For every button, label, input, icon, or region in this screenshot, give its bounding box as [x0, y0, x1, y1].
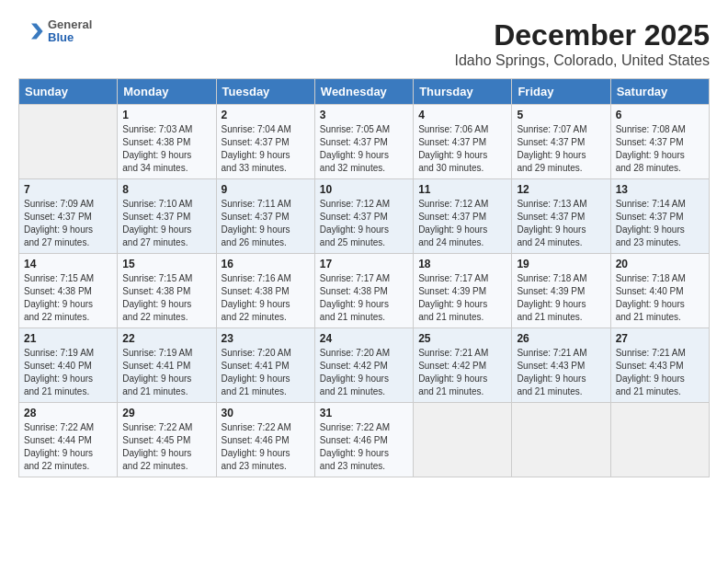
calendar-cell: 27Sunrise: 7:21 AM Sunset: 4:43 PM Dayli…	[610, 328, 709, 403]
calendar-week-row: 21Sunrise: 7:19 AM Sunset: 4:40 PM Dayli…	[19, 328, 710, 403]
calendar-cell: 17Sunrise: 7:17 AM Sunset: 4:38 PM Dayli…	[314, 254, 413, 328]
day-number: 24	[320, 332, 408, 345]
calendar-cell: 15Sunrise: 7:15 AM Sunset: 4:38 PM Dayli…	[118, 254, 216, 328]
day-number: 10	[320, 183, 408, 196]
day-info: Sunrise: 7:18 AM Sunset: 4:39 PM Dayligh…	[517, 272, 605, 324]
col-header-sunday: Sunday	[19, 79, 118, 105]
calendar-cell: 29Sunrise: 7:22 AM Sunset: 4:45 PM Dayli…	[118, 403, 216, 477]
logo: General Blue	[18, 18, 92, 45]
day-info: Sunrise: 7:11 AM Sunset: 4:37 PM Dayligh…	[222, 198, 310, 249]
day-number: 7	[24, 183, 112, 196]
day-info: Sunrise: 7:08 AM Sunset: 4:37 PM Dayligh…	[616, 123, 704, 175]
page-title: December 2025	[455, 18, 711, 52]
day-info: Sunrise: 7:13 AM Sunset: 4:37 PM Dayligh…	[517, 198, 605, 249]
calendar-cell: 30Sunrise: 7:22 AM Sunset: 4:46 PM Dayli…	[216, 403, 314, 477]
day-number: 4	[418, 109, 506, 121]
day-number: 3	[320, 109, 408, 121]
calendar-week-row: 7Sunrise: 7:09 AM Sunset: 4:37 PM Daylig…	[19, 179, 710, 254]
calendar-cell: 24Sunrise: 7:20 AM Sunset: 4:42 PM Dayli…	[314, 328, 413, 403]
page-header: General Blue December 2025 Idaho Springs…	[18, 18, 710, 69]
logo-icon	[18, 18, 44, 44]
day-number: 15	[122, 258, 210, 270]
day-number: 22	[122, 332, 210, 345]
calendar-cell: 5Sunrise: 7:07 AM Sunset: 4:37 PM Daylig…	[512, 105, 610, 179]
day-info: Sunrise: 7:21 AM Sunset: 4:43 PM Dayligh…	[517, 347, 605, 398]
day-number: 1	[122, 109, 210, 121]
day-info: Sunrise: 7:04 AM Sunset: 4:37 PM Dayligh…	[222, 123, 310, 175]
day-number: 29	[122, 407, 210, 419]
calendar-cell: 31Sunrise: 7:22 AM Sunset: 4:46 PM Dayli…	[314, 403, 413, 477]
day-number: 20	[616, 258, 704, 270]
calendar-body: 1Sunrise: 7:03 AM Sunset: 4:38 PM Daylig…	[19, 105, 710, 477]
calendar-cell: 13Sunrise: 7:14 AM Sunset: 4:37 PM Dayli…	[610, 179, 709, 254]
calendar-cell: 22Sunrise: 7:19 AM Sunset: 4:41 PM Dayli…	[118, 328, 216, 403]
day-number: 6	[616, 109, 704, 121]
day-number: 11	[418, 183, 506, 196]
logo-text: General Blue	[48, 18, 92, 45]
col-header-saturday: Saturday	[610, 79, 709, 105]
day-info: Sunrise: 7:20 AM Sunset: 4:42 PM Dayligh…	[320, 347, 408, 398]
calendar-header: SundayMondayTuesdayWednesdayThursdayFrid…	[19, 79, 710, 105]
col-header-thursday: Thursday	[414, 79, 512, 105]
day-number: 30	[222, 407, 310, 419]
day-number: 16	[222, 258, 310, 270]
calendar-cell	[414, 403, 512, 477]
svg-marker-0	[31, 24, 43, 40]
day-number: 2	[222, 109, 310, 121]
day-info: Sunrise: 7:22 AM Sunset: 4:44 PM Dayligh…	[24, 421, 112, 473]
col-header-friday: Friday	[512, 79, 610, 105]
calendar-cell: 18Sunrise: 7:17 AM Sunset: 4:39 PM Dayli…	[414, 254, 512, 328]
day-info: Sunrise: 7:10 AM Sunset: 4:37 PM Dayligh…	[122, 198, 210, 249]
day-number: 23	[222, 332, 310, 345]
calendar-week-row: 1Sunrise: 7:03 AM Sunset: 4:38 PM Daylig…	[19, 105, 710, 179]
day-info: Sunrise: 7:15 AM Sunset: 4:38 PM Dayligh…	[24, 272, 112, 324]
day-number: 12	[517, 183, 605, 196]
calendar-cell: 9Sunrise: 7:11 AM Sunset: 4:37 PM Daylig…	[216, 179, 314, 254]
calendar-cell: 28Sunrise: 7:22 AM Sunset: 4:44 PM Dayli…	[19, 403, 118, 477]
calendar-cell: 1Sunrise: 7:03 AM Sunset: 4:38 PM Daylig…	[118, 105, 216, 179]
col-header-tuesday: Tuesday	[216, 79, 314, 105]
calendar-cell: 4Sunrise: 7:06 AM Sunset: 4:37 PM Daylig…	[414, 105, 512, 179]
day-info: Sunrise: 7:18 AM Sunset: 4:40 PM Dayligh…	[616, 272, 704, 324]
calendar-week-row: 28Sunrise: 7:22 AM Sunset: 4:44 PM Dayli…	[19, 403, 710, 477]
logo-general-text: General	[48, 18, 92, 31]
calendar-cell: 19Sunrise: 7:18 AM Sunset: 4:39 PM Dayli…	[512, 254, 610, 328]
day-info: Sunrise: 7:12 AM Sunset: 4:37 PM Dayligh…	[418, 198, 506, 249]
day-number: 18	[418, 258, 506, 270]
day-info: Sunrise: 7:17 AM Sunset: 4:38 PM Dayligh…	[320, 272, 408, 324]
day-number: 28	[24, 407, 112, 419]
day-number: 21	[24, 332, 112, 345]
day-number: 31	[320, 407, 408, 419]
title-block: December 2025 Idaho Springs, Colorado, U…	[455, 18, 711, 69]
calendar-cell: 11Sunrise: 7:12 AM Sunset: 4:37 PM Dayli…	[414, 179, 512, 254]
day-info: Sunrise: 7:14 AM Sunset: 4:37 PM Dayligh…	[616, 198, 704, 249]
calendar-cell: 20Sunrise: 7:18 AM Sunset: 4:40 PM Dayli…	[610, 254, 709, 328]
calendar-cell	[512, 403, 610, 477]
day-info: Sunrise: 7:20 AM Sunset: 4:41 PM Dayligh…	[222, 347, 310, 398]
day-info: Sunrise: 7:03 AM Sunset: 4:38 PM Dayligh…	[122, 123, 210, 175]
day-number: 19	[517, 258, 605, 270]
day-info: Sunrise: 7:06 AM Sunset: 4:37 PM Dayligh…	[418, 123, 506, 175]
calendar-cell: 25Sunrise: 7:21 AM Sunset: 4:42 PM Dayli…	[414, 328, 512, 403]
day-info: Sunrise: 7:05 AM Sunset: 4:37 PM Dayligh…	[320, 123, 408, 175]
day-info: Sunrise: 7:16 AM Sunset: 4:38 PM Dayligh…	[222, 272, 310, 324]
calendar-cell: 2Sunrise: 7:04 AM Sunset: 4:37 PM Daylig…	[216, 105, 314, 179]
day-number: 27	[616, 332, 704, 345]
logo-blue-text: Blue	[48, 31, 92, 44]
day-info: Sunrise: 7:09 AM Sunset: 4:37 PM Dayligh…	[24, 198, 112, 249]
calendar-cell: 26Sunrise: 7:21 AM Sunset: 4:43 PM Dayli…	[512, 328, 610, 403]
header-row: SundayMondayTuesdayWednesdayThursdayFrid…	[19, 79, 710, 105]
day-number: 25	[418, 332, 506, 345]
calendar-cell	[19, 105, 118, 179]
calendar-cell: 8Sunrise: 7:10 AM Sunset: 4:37 PM Daylig…	[118, 179, 216, 254]
page-subtitle: Idaho Springs, Colorado, United States	[455, 52, 711, 69]
calendar-cell: 16Sunrise: 7:16 AM Sunset: 4:38 PM Dayli…	[216, 254, 314, 328]
calendar-cell: 3Sunrise: 7:05 AM Sunset: 4:37 PM Daylig…	[314, 105, 413, 179]
calendar-cell	[610, 403, 709, 477]
day-number: 9	[222, 183, 310, 196]
day-info: Sunrise: 7:21 AM Sunset: 4:42 PM Dayligh…	[418, 347, 506, 398]
calendar-cell: 21Sunrise: 7:19 AM Sunset: 4:40 PM Dayli…	[19, 328, 118, 403]
col-header-monday: Monday	[118, 79, 216, 105]
day-info: Sunrise: 7:22 AM Sunset: 4:46 PM Dayligh…	[320, 421, 408, 473]
calendar-cell: 7Sunrise: 7:09 AM Sunset: 4:37 PM Daylig…	[19, 179, 118, 254]
